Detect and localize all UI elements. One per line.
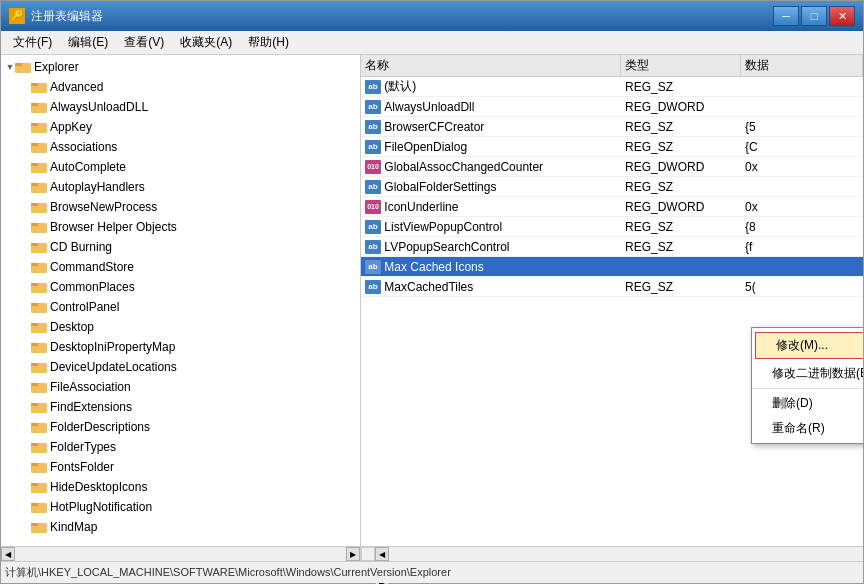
tree-item-advanced[interactable]: Advanced xyxy=(3,77,358,97)
context-menu-modify[interactable]: 修改(M)... xyxy=(755,332,863,359)
tree-item-alwaysunloaddll[interactable]: AlwaysUnloadDLL xyxy=(3,97,358,117)
tree-item-commandstore[interactable]: CommandStore xyxy=(3,257,358,277)
menu-favorites[interactable]: 收藏夹(A) xyxy=(172,32,240,53)
context-menu-delete[interactable]: 删除(D) xyxy=(752,391,863,416)
tree-item-appkey[interactable]: AppKey xyxy=(3,117,358,137)
left-hscroll[interactable]: ◀ ▶ xyxy=(1,547,361,561)
folder-icon xyxy=(31,500,47,514)
tree-item-folderdescriptions[interactable]: FolderDescriptions xyxy=(3,417,358,437)
right-hscroll[interactable]: ◀ ▶ xyxy=(375,547,863,561)
window-controls: ─ □ ✕ xyxy=(773,6,855,26)
list-item-max-cached-icons[interactable]: ab Max Cached Icons xyxy=(361,257,863,277)
list-item[interactable]: ab BrowserCFCreator REG_SZ {5 xyxy=(361,117,863,137)
folder-icon xyxy=(31,460,47,474)
list-item[interactable]: ab FileOpenDialog REG_SZ {C xyxy=(361,137,863,157)
tree-item-fileassociation[interactable]: FileAssociation xyxy=(3,377,358,397)
tree-item-commonplaces[interactable]: CommonPlaces xyxy=(3,277,358,297)
tree-item-label: HideDesktopIcons xyxy=(50,480,147,494)
value-data: 5( xyxy=(741,280,863,294)
svg-rect-47 xyxy=(31,523,38,526)
tree-item-label: FolderTypes xyxy=(50,440,116,454)
menu-bar: 文件(F) 编辑(E) 查看(V) 收藏夹(A) 帮助(H) xyxy=(1,31,863,55)
value-name: GlobalFolderSettings xyxy=(384,180,496,194)
value-pane: 名称 类型 数据 ab (默认) REG_SZ ab xyxy=(361,55,863,546)
tree-item-desktopinipropertymap[interactable]: DesktopIniPropertyMap xyxy=(3,337,358,357)
menu-view[interactable]: 查看(V) xyxy=(116,32,172,53)
folder-icon xyxy=(31,240,47,254)
context-menu: 修改(M)... 修改二进制数据(B)... 删除(D) 重命名(R) xyxy=(751,327,863,444)
folder-icon xyxy=(31,160,47,174)
header-name[interactable]: 名称 xyxy=(361,55,621,76)
maximize-button[interactable]: □ xyxy=(801,6,827,26)
close-button[interactable]: ✕ xyxy=(829,6,855,26)
tree-item-fontsfolder[interactable]: FontsFolder xyxy=(3,457,358,477)
tree-item-autoplayhandlers[interactable]: AutoplayHandlers xyxy=(3,177,358,197)
folder-icon xyxy=(31,220,47,234)
hscroll-left-btn[interactable]: ◀ xyxy=(1,547,15,561)
context-delete-label: 删除(D) xyxy=(772,395,813,412)
list-item[interactable]: ab LVPopupSearchControl REG_SZ {f xyxy=(361,237,863,257)
hscroll-right-btn[interactable]: ▶ xyxy=(346,547,360,561)
svg-rect-23 xyxy=(31,283,38,286)
list-item[interactable]: ab ListViewPopupControl REG_SZ {8 xyxy=(361,217,863,237)
registry-values-list[interactable]: ab (默认) REG_SZ ab AlwaysUnloadDll REG_DW… xyxy=(361,77,863,546)
list-item[interactable]: ab GlobalFolderSettings REG_SZ xyxy=(361,177,863,197)
tree-root-label: Explorer xyxy=(34,60,79,74)
reg-dword-icon: 010 xyxy=(365,200,381,214)
context-modify-label: 修改(M)... xyxy=(776,337,828,354)
list-header: 名称 类型 数据 xyxy=(361,55,863,77)
menu-edit[interactable]: 编辑(E) xyxy=(60,32,116,53)
tree-item-autocomplete[interactable]: AutoComplete xyxy=(3,157,358,177)
tree-item-foldertypes[interactable]: FolderTypes xyxy=(3,437,358,457)
tree-item-findextensions[interactable]: FindExtensions xyxy=(3,397,358,417)
value-name: MaxCachedTiles xyxy=(384,280,473,294)
tree-root[interactable]: ▼ Explorer xyxy=(3,57,358,77)
tree-item-kindmap[interactable]: KindMap xyxy=(3,517,358,537)
value-name: Max Cached Icons xyxy=(384,260,483,274)
reg-sz-icon: ab xyxy=(365,220,381,234)
menu-help[interactable]: 帮助(H) xyxy=(240,32,297,53)
window-title: 注册表编辑器 xyxy=(31,8,773,25)
tree-item-desktop[interactable]: Desktop xyxy=(3,317,358,337)
folder-icon xyxy=(31,320,47,334)
tree-item-label: FindExtensions xyxy=(50,400,132,414)
minimize-button[interactable]: ─ xyxy=(773,6,799,26)
menu-file[interactable]: 文件(F) xyxy=(5,32,60,53)
tree-pane: ▼ Explorer Advanced xyxy=(1,55,361,546)
tree-item-hidedesktopicons[interactable]: HideDesktopIcons xyxy=(3,477,358,497)
tree-item-label: DesktopIniPropertyMap xyxy=(50,340,175,354)
title-bar: 🔑 注册表编辑器 ─ □ ✕ xyxy=(1,1,863,31)
list-item[interactable]: ab (默认) REG_SZ xyxy=(361,77,863,97)
tree-item-browserhelperobjects[interactable]: Browser Helper Objects xyxy=(3,217,358,237)
reg-sz-icon: ab xyxy=(365,280,381,294)
context-menu-modify-binary[interactable]: 修改二进制数据(B)... xyxy=(752,361,863,386)
svg-rect-5 xyxy=(31,103,38,106)
svg-rect-15 xyxy=(31,203,38,206)
tree-item-label: HotPlugNotification xyxy=(50,500,152,514)
tree-item-browsenewprocess[interactable]: BrowseNewProcess xyxy=(3,197,358,217)
folder-icon xyxy=(31,480,47,494)
header-type[interactable]: 类型 xyxy=(621,55,741,76)
tree-item-label: AutoplayHandlers xyxy=(50,180,145,194)
svg-rect-9 xyxy=(31,143,38,146)
hscroll-left-btn2[interactable]: ◀ xyxy=(375,547,389,561)
tree-item-deviceupdatelocations[interactable]: DeviceUpdateLocations xyxy=(3,357,358,377)
value-data: {f xyxy=(741,240,863,254)
context-menu-rename[interactable]: 重命名(R) xyxy=(752,416,863,441)
tree-item-associations[interactable]: Associations xyxy=(3,137,358,157)
tree-item-controlpanel[interactable]: ControlPanel xyxy=(3,297,358,317)
value-type: REG_SZ xyxy=(621,80,741,94)
list-item[interactable]: ab AlwaysUnloadDll REG_DWORD xyxy=(361,97,863,117)
registry-tree[interactable]: ▼ Explorer Advanced xyxy=(1,55,360,546)
value-type: REG_SZ xyxy=(621,220,741,234)
reg-sz-icon: ab xyxy=(365,260,381,274)
tree-item-cdburning[interactable]: CD Burning xyxy=(3,237,358,257)
tree-item-label: Browser Helper Objects xyxy=(50,220,177,234)
header-data[interactable]: 数据 xyxy=(741,55,863,76)
value-data: {C xyxy=(741,140,863,154)
value-type: REG_SZ xyxy=(621,120,741,134)
list-item[interactable]: 010 GlobalAssocChangedCounter REG_DWORD … xyxy=(361,157,863,177)
list-item[interactable]: 010 IconUnderline REG_DWORD 0x xyxy=(361,197,863,217)
list-item[interactable]: ab MaxCachedTiles REG_SZ 5( xyxy=(361,277,863,297)
tree-item-hotplugnotification[interactable]: HotPlugNotification xyxy=(3,497,358,517)
